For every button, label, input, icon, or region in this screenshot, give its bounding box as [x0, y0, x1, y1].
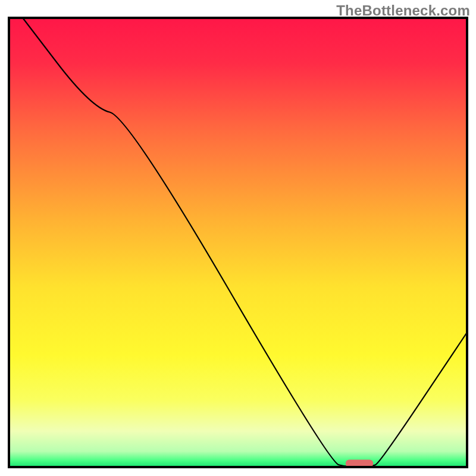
chart-container: { "watermark": "TheBottleneck.com", "cha… — [0, 0, 476, 476]
plot-background — [9, 18, 467, 467]
bottleneck-chart — [0, 0, 476, 476]
watermark-text: TheBottleneck.com — [336, 2, 470, 19]
